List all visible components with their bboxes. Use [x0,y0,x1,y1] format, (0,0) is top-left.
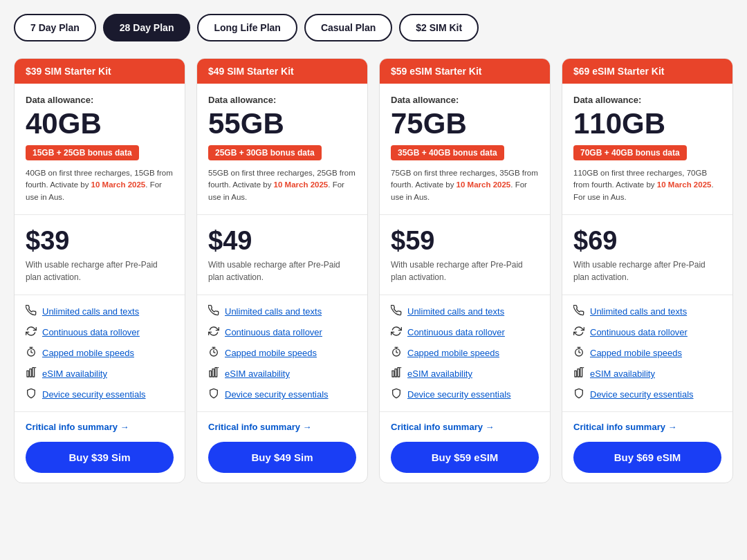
tab-sim2[interactable]: $2 SIM Kit [399,14,479,41]
feature-item-3[interactable]: eSIM availability [573,367,721,381]
features-section: Unlimited calls and texts Continuous dat… [15,295,185,412]
buy-button[interactable]: Buy $59 eSIM [391,442,539,473]
feature-link-2[interactable]: Capped mobile speeds [407,348,499,358]
phone-icon [573,305,584,319]
feature-link-1[interactable]: Continuous data rollover [225,327,322,337]
feature-link-1[interactable]: Continuous data rollover [407,327,505,337]
data-amount: 75GB [391,108,539,140]
shield-icon [26,388,37,402]
svg-rect-7 [215,368,217,377]
data-section: Data allowance: 55GB 25GB + 30GB bonus d… [197,84,367,215]
feature-link-0[interactable]: Unlimited calls and texts [590,306,687,317]
data-date: 10 March 2025 [91,180,146,189]
svg-rect-6 [212,369,214,377]
buy-button[interactable]: Buy $49 Sim [208,442,356,473]
feature-item-4[interactable]: Device security essentials [26,388,174,402]
feature-link-0[interactable]: Unlimited calls and texts [407,306,504,317]
feature-link-1[interactable]: Continuous data rollover [590,327,688,337]
bonus-badge: 15GB + 25GB bonus data [26,145,139,160]
svg-rect-2 [30,369,32,377]
shield-icon [573,388,584,402]
data-note: 40GB on first three recharges, 15GB from… [26,167,174,203]
tab-7day[interactable]: 7 Day Plan [14,14,96,41]
feature-item-2[interactable]: Capped mobile speeds [26,346,174,360]
feature-link-2[interactable]: Capped mobile speeds [590,348,682,358]
feature-link-3[interactable]: eSIM availability [407,368,472,379]
feature-item-3[interactable]: eSIM availability [208,367,356,381]
data-label: Data allowance: [391,95,539,105]
price-section: $49 With usable recharge after Pre-Paid … [197,215,367,295]
feature-item-4[interactable]: Device security essentials [208,388,356,402]
feature-link-4[interactable]: Device security essentials [42,389,146,400]
phone-icon [208,305,219,319]
data-label: Data allowance: [26,95,174,105]
price-amount: $69 [573,226,721,256]
feature-item-3[interactable]: eSIM availability [391,367,539,381]
tab-28day[interactable]: 28 Day Plan [103,14,191,41]
feature-link-4[interactable]: Device security essentials [407,389,511,400]
critical-info-link[interactable]: Critical info summary → [573,422,721,432]
price-amount: $59 [391,226,539,256]
feature-item-0[interactable]: Unlimited calls and texts [573,305,721,319]
price-section: $69 With usable recharge after Pre-Paid … [562,215,732,295]
svg-rect-9 [392,371,394,377]
svg-rect-13 [575,371,577,377]
feature-item-2[interactable]: Capped mobile speeds [208,346,356,360]
card-footer: Critical info summary → Buy $69 eSIM [562,412,732,483]
features-section: Unlimited calls and texts Continuous dat… [380,295,550,412]
feature-link-0[interactable]: Unlimited calls and texts [42,306,139,317]
feature-item-2[interactable]: Capped mobile speeds [391,346,539,360]
feature-item-3[interactable]: eSIM availability [26,367,174,381]
price-amount: $39 [26,226,174,256]
card-header: $69 eSIM Starter Kit [562,59,732,84]
bonus-badge: 70GB + 40GB bonus data [573,145,687,160]
feature-item-2[interactable]: Capped mobile speeds [573,346,721,360]
svg-rect-3 [33,368,35,377]
svg-rect-1 [27,371,29,377]
feature-link-4[interactable]: Device security essentials [225,389,329,400]
features-section: Unlimited calls and texts Continuous dat… [562,295,732,412]
speed-icon [573,346,584,360]
feature-link-0[interactable]: Unlimited calls and texts [225,306,322,317]
tab-longlife[interactable]: Long Life Plan [197,14,297,41]
feature-link-2[interactable]: Capped mobile speeds [42,348,134,358]
card-footer: Critical info summary → Buy $49 Sim [197,412,367,483]
feature-link-2[interactable]: Capped mobile speeds [225,348,317,358]
feature-item-1[interactable]: Continuous data rollover [391,326,539,339]
data-note: 55GB on first three recharges, 25GB from… [208,167,356,203]
price-section: $59 With usable recharge after Pre-Paid … [380,215,550,295]
feature-item-1[interactable]: Continuous data rollover [26,326,174,339]
plan-card-3: $69 eSIM Starter Kit Data allowance: 110… [562,58,733,483]
price-note: With usable recharge after Pre-Paid plan… [26,259,174,283]
buy-button[interactable]: Buy $39 Sim [26,442,174,473]
feature-item-1[interactable]: Continuous data rollover [573,326,721,339]
feature-link-1[interactable]: Continuous data rollover [42,327,140,337]
feature-item-4[interactable]: Device security essentials [573,388,721,402]
critical-info-link[interactable]: Critical info summary → [208,422,356,432]
feature-item-4[interactable]: Device security essentials [391,388,539,402]
feature-item-0[interactable]: Unlimited calls and texts [26,305,174,319]
feature-item-0[interactable]: Unlimited calls and texts [391,305,539,319]
feature-item-0[interactable]: Unlimited calls and texts [208,305,356,319]
svg-rect-11 [398,368,400,377]
feature-link-3[interactable]: eSIM availability [42,368,107,379]
feature-link-3[interactable]: eSIM availability [225,368,290,379]
price-note: With usable recharge after Pre-Paid plan… [573,259,721,283]
data-amount: 110GB [573,108,721,140]
data-amount: 55GB [208,108,356,140]
card-footer: Critical info summary → Buy $39 Sim [15,412,185,483]
feature-item-1[interactable]: Continuous data rollover [208,326,356,339]
critical-info-link[interactable]: Critical info summary → [391,422,539,432]
speed-icon [391,346,402,360]
data-label: Data allowance: [573,95,721,105]
esim-icon [208,367,219,381]
feature-link-4[interactable]: Device security essentials [590,389,694,400]
data-note: 75GB on first three recharges, 35GB from… [391,167,539,203]
esim-icon [573,367,584,381]
buy-button[interactable]: Buy $69 eSIM [573,442,721,473]
plan-card-0: $39 SIM Starter Kit Data allowance: 40GB… [14,58,185,483]
critical-info-link[interactable]: Critical info summary → [26,422,174,432]
tab-casual[interactable]: Casual Plan [304,14,392,41]
speed-icon [26,346,37,360]
feature-link-3[interactable]: eSIM availability [590,368,655,379]
